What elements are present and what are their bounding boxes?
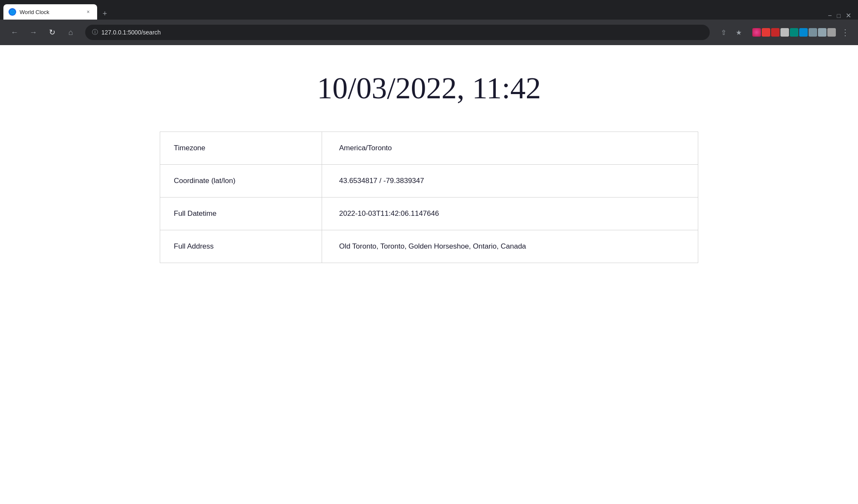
bookmark-6[interactable] [799,28,808,37]
table-row: Coordinate (lat/lon)43.6534817 / -79.383… [160,165,698,198]
home-icon: ⌂ [69,28,73,37]
row-value: Old Toronto, Toronto, Golden Horseshoe, … [322,230,698,263]
bookmark-7[interactable] [809,28,817,37]
table-row: TimezoneAmerica/Toronto [160,132,698,165]
address-security-icon: ⓘ [92,29,98,36]
forward-icon: → [29,28,37,37]
star-icon: ★ [736,29,742,37]
nav-bar: ← → ↻ ⌂ ⓘ 127.0.0.1:5000/search ⇧ ★ [0,20,858,45]
row-label: Coordinate (lat/lon) [160,165,322,197]
row-value: 2022-10-03T11:42:06.1147646 [322,198,698,230]
bookmark-toolbar [752,28,836,37]
row-label: Timezone [160,132,322,164]
maximize-button[interactable]: □ [837,12,841,19]
info-table: TimezoneAmerica/TorontoCoordinate (lat/l… [160,132,698,263]
bookmark-9[interactable] [827,28,836,37]
bookmark-2[interactable] [762,28,770,37]
back-button[interactable]: ← [7,25,22,40]
table-row: Full AddressOld Toronto, Toronto, Golden… [160,230,698,263]
table-row: Full Datetime2022-10-03T11:42:06.1147646 [160,198,698,230]
bookmark-5[interactable] [790,28,798,37]
reload-icon: ↻ [49,28,55,37]
back-icon: ← [11,28,18,37]
bookmark-8[interactable] [818,28,826,37]
forward-button[interactable]: → [26,25,41,40]
row-value: America/Toronto [322,132,698,164]
active-tab[interactable]: 🌐 World Clock × [3,4,97,20]
minimize-button[interactable]: − [828,12,832,20]
address-text: 127.0.0.1:5000/search [101,29,703,36]
row-label: Full Datetime [160,198,322,230]
tab-favicon: 🌐 [9,8,16,16]
bookmark-button[interactable]: ★ [732,26,746,39]
tab-bar: 🌐 World Clock × + − □ ✕ [0,0,858,20]
new-tab-button[interactable]: + [99,8,111,20]
reload-button[interactable]: ↻ [44,25,60,40]
datetime-display: 10/03/2022, 11:42 [317,71,541,106]
row-label: Full Address [160,230,322,263]
close-window-button[interactable]: ✕ [846,11,851,20]
nav-actions: ⇧ ★ [717,26,746,39]
browser-chrome: 🌐 World Clock × + − □ ✕ ← → ↻ ⌂ ⓘ 127.0.… [0,0,858,45]
home-button[interactable]: ⌂ [63,25,78,40]
tab-title: World Clock [20,9,81,15]
tab-close-button[interactable]: × [84,8,92,16]
bookmark-4[interactable] [780,28,789,37]
page-content: 10/03/2022, 11:42 TimezoneAmerica/Toront… [0,45,858,289]
menu-button[interactable]: ⋮ [839,27,851,37]
share-icon: ⇧ [721,29,726,37]
row-value: 43.6534817 / -79.3839347 [322,165,698,197]
address-bar[interactable]: ⓘ 127.0.0.1:5000/search [85,25,710,40]
share-button[interactable]: ⇧ [717,26,730,39]
bookmark-3[interactable] [771,28,780,37]
bookmark-1[interactable] [752,28,761,37]
